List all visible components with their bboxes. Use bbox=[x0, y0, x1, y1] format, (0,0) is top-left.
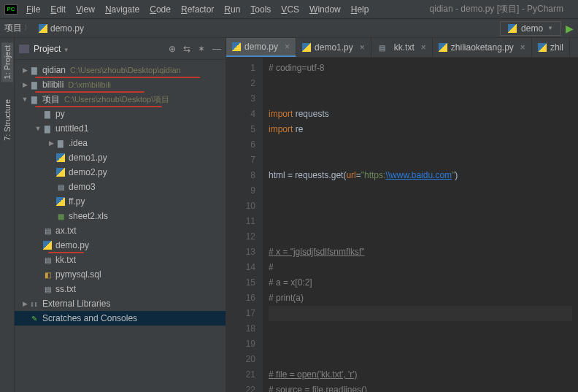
tree-item-demo3[interactable]: ▤demo3 bbox=[15, 180, 226, 194]
tree-item-qidian[interactable]: ▶▇qidianC:\Users\zhoub\Desktop\qidian bbox=[15, 63, 226, 77]
project-tree: ▶▇qidianC:\Users\zhoub\Desktop\qidian▶▇b… bbox=[15, 60, 226, 392]
tree-item-sheet2-xls[interactable]: ▦sheet2.xls bbox=[15, 209, 226, 223]
python-icon bbox=[508, 24, 517, 33]
hide-icon[interactable]: — bbox=[212, 44, 221, 54]
tree-item-demo-py[interactable]: demo.py bbox=[15, 238, 226, 253]
menu-tools[interactable]: Tools bbox=[250, 4, 271, 15]
editor-area: demo.py×demo1.py×▤kk.txt×zhiliaoketang.p… bbox=[226, 38, 578, 392]
tool-tab-project[interactable]: 1: Project bbox=[1, 42, 13, 82]
tree-item-ff-py[interactable]: ff.py bbox=[15, 194, 226, 209]
menu-view[interactable]: View bbox=[76, 4, 95, 15]
editor-tab-demo1-py[interactable]: demo1.py× bbox=[296, 38, 371, 57]
tool-tab-structure[interactable]: 7: Structure bbox=[1, 96, 13, 144]
menu-code[interactable]: Code bbox=[150, 4, 171, 15]
tree-item-External Libraries[interactable]: ▶⫾⫾External Libraries bbox=[15, 296, 226, 311]
run-config-selector[interactable]: demo ▼ bbox=[500, 21, 561, 36]
menu-refactor[interactable]: Refactor bbox=[181, 4, 214, 15]
project-sidebar: Project ▼ ⊕ ⇆ ✶ — ▶▇qidianC:\Users\zhoub… bbox=[15, 38, 226, 392]
chevron-down-icon: ▼ bbox=[547, 25, 553, 31]
editor-tab-zhiliaoketang-py[interactable]: zhiliaoketang.py× bbox=[433, 38, 532, 57]
tree-item-kk-txt[interactable]: ▤kk.txt bbox=[15, 253, 226, 267]
run-config-label: demo bbox=[521, 23, 543, 34]
close-icon[interactable]: × bbox=[360, 42, 365, 53]
settings-icon[interactable]: ✶ bbox=[198, 44, 205, 54]
close-icon[interactable]: × bbox=[285, 42, 290, 52]
tree-item-py[interactable]: ▇py bbox=[15, 107, 226, 121]
python-icon bbox=[39, 24, 47, 33]
project-view-icon bbox=[19, 45, 29, 53]
close-icon[interactable]: × bbox=[421, 42, 426, 53]
tab-label: zhil bbox=[550, 42, 563, 53]
tree-item-ax-txt[interactable]: ▤ax.txt bbox=[15, 223, 226, 238]
editor-tab-zhil[interactable]: zhil bbox=[532, 38, 570, 57]
tree-item-pymysql-sql[interactable]: ◧pymysql.sql bbox=[15, 267, 226, 282]
gutter: 12345678910111213141516171819202122 bbox=[226, 58, 263, 392]
menu-navigate[interactable]: Navigate bbox=[105, 4, 139, 15]
close-icon[interactable]: × bbox=[520, 42, 525, 53]
tree-item--idea[interactable]: ▶▇.idea bbox=[15, 136, 226, 150]
tree-item-demo2-py[interactable]: demo2.py bbox=[15, 165, 226, 180]
run-button[interactable]: ▶ bbox=[566, 23, 574, 34]
tool-window-stripe: 1: Project 7: Structure bbox=[0, 38, 15, 392]
python-icon bbox=[538, 43, 547, 52]
breadcrumb-file[interactable]: demo.py bbox=[39, 23, 84, 34]
app-icon: PC bbox=[4, 4, 18, 15]
python-icon bbox=[302, 43, 311, 52]
collapse-icon[interactable]: ⇆ bbox=[183, 44, 190, 54]
menu-file[interactable]: File bbox=[26, 4, 40, 15]
breadcrumb-root[interactable]: 项目 bbox=[4, 22, 22, 34]
menu-help[interactable]: Help bbox=[351, 4, 369, 15]
tab-label: kk.txt bbox=[394, 42, 415, 53]
title-bar: PC FileEditViewNavigateCodeRefactorRunTo… bbox=[0, 0, 578, 19]
breadcrumb-file-label: demo.py bbox=[50, 23, 84, 34]
python-icon bbox=[232, 42, 241, 51]
nav-bar: 项目 〉 demo.py demo ▼ ▶ bbox=[0, 19, 578, 38]
tree-item-ss-txt[interactable]: ▤ss.txt bbox=[15, 282, 226, 296]
sidebar-title[interactable]: Project ▼ bbox=[34, 44, 164, 54]
menu-window[interactable]: Window bbox=[309, 4, 341, 15]
locate-icon[interactable]: ⊕ bbox=[169, 44, 176, 54]
tree-item-项目[interactable]: ▼▇项目C:\Users\zhoub\Desktop\项目 bbox=[15, 92, 226, 107]
tab-label: demo.py bbox=[244, 42, 278, 52]
editor-tab-kk-txt[interactable]: ▤kk.txt× bbox=[371, 38, 433, 57]
editor-tab-demo-py[interactable]: demo.py× bbox=[226, 38, 296, 57]
code-lines[interactable]: # coding=utf-8 import requestsimport re … bbox=[263, 58, 578, 392]
tab-label: demo1.py bbox=[315, 42, 353, 53]
menu-run[interactable]: Run bbox=[224, 4, 240, 15]
tree-item-untitled1[interactable]: ▼▇untitled1 bbox=[15, 121, 226, 136]
tree-item-bilibili[interactable]: ▶▇bilibiliD:\xm\bilibili bbox=[15, 77, 226, 92]
code-editor[interactable]: 12345678910111213141516171819202122 # co… bbox=[226, 58, 578, 392]
file-icon: ▤ bbox=[377, 44, 388, 52]
sidebar-header: Project ▼ ⊕ ⇆ ✶ — bbox=[15, 38, 226, 60]
tab-label: zhiliaoketang.py bbox=[451, 42, 514, 53]
tree-item-Scratches and Consoles[interactable]: ✎Scratches and Consoles bbox=[15, 311, 226, 326]
menu-edit[interactable]: Edit bbox=[50, 4, 66, 15]
tree-item-demo1-py[interactable]: demo1.py bbox=[15, 150, 226, 165]
chevron-right-icon: 〉 bbox=[24, 23, 31, 33]
python-icon bbox=[439, 43, 447, 52]
editor-tabs: demo.py×demo1.py×▤kk.txt×zhiliaoketang.p… bbox=[226, 38, 578, 58]
menu-vcs[interactable]: VCS bbox=[281, 4, 299, 15]
main-menu: FileEditViewNavigateCodeRefactorRunTools… bbox=[26, 4, 369, 15]
window-title: qidian - demo.py [项目] - PyCharm bbox=[430, 3, 563, 15]
